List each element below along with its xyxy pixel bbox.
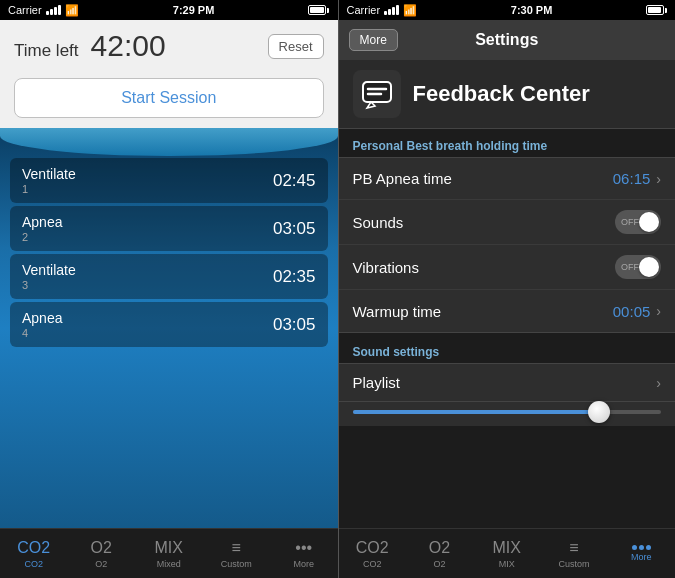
volume-slider-fill — [353, 410, 600, 414]
o2-icon: O2 — [91, 539, 112, 557]
right-carrier: Carrier — [347, 4, 381, 16]
tab-more-label: More — [293, 559, 314, 569]
session-num: 4 — [22, 327, 62, 339]
sounds-toggle[interactable]: OFF — [615, 210, 661, 234]
feedback-icon — [353, 70, 401, 118]
right-custom-icon: ≡ — [569, 539, 578, 557]
dot3 — [646, 545, 651, 550]
chevron-right-icon: › — [656, 171, 661, 187]
dot2 — [639, 545, 644, 550]
tab-custom[interactable]: ≡ Custom — [203, 529, 271, 578]
session-name: Apnea — [22, 214, 62, 230]
right-tab-custom-label: Custom — [559, 559, 590, 569]
left-status-bar: Carrier 📶 7:29 PM — [0, 0, 338, 20]
session-item: Ventilate 3 02:35 — [10, 254, 328, 299]
section-personal-best: Personal Best breath holding time — [339, 129, 676, 157]
left-carrier: Carrier — [8, 4, 42, 16]
sounds-label: Sounds — [353, 214, 404, 231]
three-dots-icon — [632, 545, 651, 550]
right-tab-co2[interactable]: CO2 CO2 — [339, 529, 406, 578]
feedback-header: Feedback Center — [339, 60, 676, 129]
right-tab-more-label: More — [631, 552, 652, 562]
pb-apnea-label: PB Apnea time — [353, 170, 452, 187]
right-tab-mix[interactable]: MIX MIX — [473, 529, 540, 578]
pb-apnea-value: 06:15 — [613, 170, 651, 187]
right-signal-icon — [384, 5, 399, 15]
right-tab-bar: CO2 CO2 O2 O2 MIX MIX ≡ Custom More — [339, 528, 676, 578]
tab-mix-label: Mixed — [157, 559, 181, 569]
mix-icon: MIX — [155, 539, 183, 557]
more-button[interactable]: More — [349, 29, 398, 51]
playlist-chevron-icon: › — [656, 375, 661, 391]
session-list: Ventilate 1 02:45 Apnea 2 03:05 Ventilat… — [0, 128, 338, 347]
session-time: 02:45 — [273, 171, 316, 191]
dot1 — [632, 545, 637, 550]
right-co2-icon: CO2 — [356, 539, 389, 557]
battery-icon — [308, 5, 329, 15]
right-tab-o2-label: O2 — [433, 559, 445, 569]
nav-title: Settings — [475, 31, 538, 49]
vibrations-off-label: OFF — [621, 262, 639, 272]
left-status-right — [308, 5, 329, 15]
warmup-row[interactable]: Warmup time 00:05 › — [339, 290, 676, 332]
warmup-value-container: 00:05 › — [613, 303, 661, 320]
co2-icon: CO2 — [17, 539, 50, 557]
vibrations-toggle-container: OFF — [615, 255, 661, 279]
right-tab-o2[interactable]: O2 O2 — [406, 529, 473, 578]
tab-co2-label: CO2 — [24, 559, 43, 569]
timer-label: Time left — [14, 41, 79, 61]
water-background: Ventilate 1 02:45 Apnea 2 03:05 Ventilat… — [0, 128, 338, 528]
session-name: Apnea — [22, 310, 62, 326]
tab-co2[interactable]: CO2 CO2 — [0, 529, 68, 578]
left-status-left: Carrier 📶 — [8, 4, 79, 17]
start-session-container: Start Session — [0, 72, 338, 128]
right-mix-icon: MIX — [493, 539, 521, 557]
session-item: Apnea 4 03:05 — [10, 302, 328, 347]
feedback-title: Feedback Center — [413, 81, 590, 107]
nav-bar: More Settings — [339, 20, 676, 60]
more-icon: ••• — [295, 539, 312, 557]
session-num: 3 — [22, 279, 76, 291]
playlist-row[interactable]: Playlist › — [339, 363, 676, 402]
signal-icon — [46, 5, 61, 15]
right-wifi-icon: 📶 — [403, 4, 417, 17]
svg-rect-0 — [363, 82, 391, 102]
warmup-value: 00:05 — [613, 303, 651, 320]
custom-icon: ≡ — [232, 539, 241, 557]
session-name: Ventilate — [22, 166, 76, 182]
sounds-toggle-container: OFF — [615, 210, 661, 234]
vibrations-row: Vibrations OFF — [339, 245, 676, 290]
left-time: 7:29 PM — [173, 4, 215, 16]
section-sound-settings: Sound settings — [339, 335, 676, 363]
pb-apnea-row[interactable]: PB Apnea time 06:15 › — [339, 158, 676, 200]
tab-more[interactable]: ••• More — [270, 529, 338, 578]
session-time: 02:35 — [273, 267, 316, 287]
start-session-button[interactable]: Start Session — [14, 78, 324, 118]
right-panel: Carrier 📶 7:30 PM More Settings — [339, 0, 676, 578]
timer-value: 42:00 — [91, 29, 166, 63]
right-tab-co2-label: CO2 — [363, 559, 382, 569]
right-time: 7:30 PM — [511, 4, 553, 16]
session-num: 2 — [22, 231, 62, 243]
left-tab-bar: CO2 CO2 O2 O2 MIX Mixed ≡ Custom ••• Mor… — [0, 528, 338, 578]
tab-custom-label: Custom — [221, 559, 252, 569]
volume-slider-thumb[interactable] — [588, 401, 610, 423]
wifi-icon: 📶 — [65, 4, 79, 17]
sounds-off-label: OFF — [621, 217, 639, 227]
session-time: 03:05 — [273, 315, 316, 335]
pb-apnea-value-container: 06:15 › — [613, 170, 661, 187]
settings-group-personal-best: PB Apnea time 06:15 › Sounds OFF Vibrati… — [339, 157, 676, 333]
session-time: 03:05 — [273, 219, 316, 239]
right-tab-more[interactable]: More — [608, 529, 675, 578]
sounds-row: Sounds OFF — [339, 200, 676, 245]
vibrations-toggle[interactable]: OFF — [615, 255, 661, 279]
session-item: Apnea 2 03:05 — [10, 206, 328, 251]
tab-mix[interactable]: MIX Mixed — [135, 529, 203, 578]
session-item: Ventilate 1 02:45 — [10, 158, 328, 203]
right-tab-custom[interactable]: ≡ Custom — [540, 529, 607, 578]
tab-o2[interactable]: O2 O2 — [68, 529, 136, 578]
right-tab-mix-label: MIX — [499, 559, 515, 569]
reset-button[interactable]: Reset — [268, 34, 324, 59]
left-panel: Carrier 📶 7:29 PM Time left 42:00 Re — [0, 0, 338, 578]
playlist-label: Playlist — [353, 374, 401, 391]
